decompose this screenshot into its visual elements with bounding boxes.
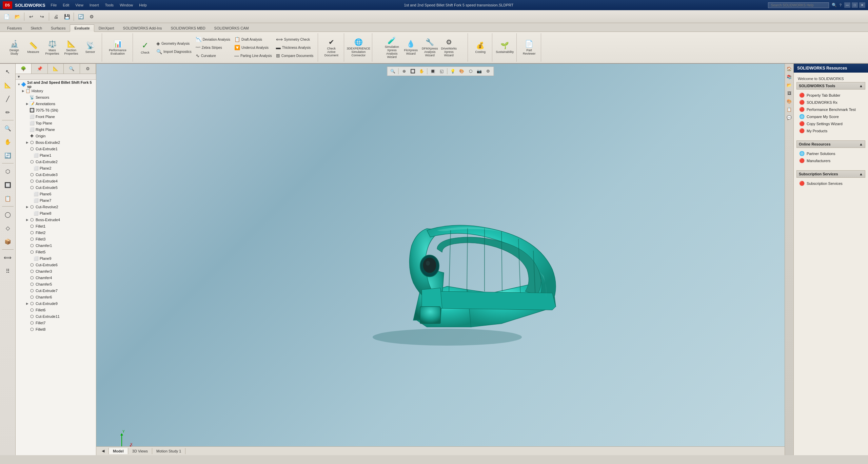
rotate-tool[interactable]: 🔄 [1,149,14,162]
custom-properties-btn[interactable]: 📋 [786,106,793,113]
tree-item-cut-extrude2[interactable]: ⬡ Cut-Extrude2 [16,158,96,165]
sensor-button[interactable]: 📡 Sensor [81,38,99,57]
display-manager-tab[interactable]: ⚙ [80,64,96,74]
drawing-tool[interactable]: 📋 [1,192,14,205]
zebra-stripes-button[interactable]: 〰 Zebra Stripes [194,44,232,51]
smart-dimension-tool[interactable]: 📐 [1,79,14,92]
view-zoom-area-btn[interactable]: 🔲 [409,67,417,75]
tree-arrow[interactable]: ▶ [25,302,29,306]
tree-arrow[interactable] [25,128,29,132]
tree-item-history[interactable]: ▶ 📋 History [16,88,96,94]
pan-tool[interactable]: ✋ [1,135,14,148]
rebuild-button[interactable]: 🔄 [76,12,86,22]
viewport[interactable]: 🔍 ⊕ 🔲 ✋ 🔳 ◱ 💡 🎨 ⬡ 📷 ⚙ [96,64,785,455]
tab-surfaces[interactable]: Surfaces [46,24,70,32]
copy-settings-item[interactable]: 🔴 Copy Settings Wizard [798,120,864,127]
tree-arrow[interactable] [25,121,29,125]
tree-item-chamfer5[interactable]: ⬡ Chamfer5 [16,281,96,287]
view-pan-btn[interactable]: ✋ [418,67,426,75]
tree-item-fillet5[interactable]: ⬡ Fillet5 [16,249,96,255]
tree-item-cut-extrude1[interactable]: ⬡ Cut-Extrude1 [16,146,96,152]
my-products-item[interactable]: 🔴 My Products [798,127,864,134]
view-light-btn[interactable]: 💡 [449,67,457,75]
selection-tool[interactable]: ↖ [1,65,14,78]
3dexperience-button[interactable]: 🌐 3DEXPERIENCESimulationConnector [348,38,369,57]
feature-tree-tab[interactable]: 🌳 [16,64,32,74]
subscription-services-header[interactable]: Subscription Services ▲ [796,170,865,178]
draft-analysis-button[interactable]: 📋 Draft Analysis [233,36,274,43]
tree-arrow[interactable]: ▶ [25,205,29,209]
search-input[interactable] [768,2,829,8]
3d-views-tab[interactable]: 3D Views [128,448,152,454]
menu-view[interactable]: View [73,2,86,8]
scroll-left-btn[interactable]: ◀ [98,448,109,454]
partner-solutions-item[interactable]: 🌐 Partner Solutions [798,150,864,157]
tree-arrow[interactable] [25,327,29,331]
tree-item-plane2[interactable]: ⬜ Plane2 [16,165,96,171]
tree-item-cut-extrude9[interactable]: ▶ ⬡ Cut-Extrude9 [16,300,96,307]
tree-arrow[interactable] [29,256,33,260]
tree-arrow[interactable]: ▶ [25,218,29,222]
tree-item-material[interactable]: 🔲 7075-T6 (SN) [16,107,96,113]
motion-study-tab[interactable]: Motion Study 1 [152,448,185,454]
tree-item-chamfer1[interactable]: ⬡ Chamfer1 [16,242,96,249]
redo-button[interactable]: ↪ [37,12,47,22]
open-button[interactable]: 📂 [12,12,22,22]
tree-item-chamfer4[interactable]: ⬡ Chamfer4 [16,274,96,281]
mirror-tool[interactable]: ⟺ [1,251,14,264]
menu-file[interactable]: File [48,2,60,8]
tree-item-chamfer6[interactable]: ⬡ Chamfer6 [16,294,96,300]
undercut-analysis-button[interactable]: 🔽 Undercut Analysis [233,44,274,51]
extrude-tool[interactable]: 📦 [1,235,14,248]
measure-button[interactable]: 📏 Measure [24,38,42,57]
performance-evaluation-button[interactable]: 📊 PerformanceEvaluation [105,38,130,57]
simulation-xpress-button[interactable]: 🧪 SimulationXpressAnalysis Wizard [383,38,401,57]
solidworks-forum-btn[interactable]: 💬 [786,114,793,121]
fillet-tool[interactable]: ◯ [1,208,14,221]
tree-item-annotations[interactable]: ▶ 📝 Annotations [16,100,96,107]
tree-arrow[interactable] [25,269,29,273]
appearances-btn[interactable]: 🎨 [786,98,793,105]
tree-item-cut-extrude4[interactable]: ⬡ Cut-Extrude4 [16,178,96,184]
check-button[interactable]: ✓ Check [136,38,154,57]
driveworks-button[interactable]: ⚙ DriveWorksXpress Wizard [440,38,458,57]
symmetry-check-button[interactable]: ⟺ Symmetry Check [274,36,315,43]
tree-item-chamfer3[interactable]: ⬡ Chamfer3 [16,268,96,274]
view-orient-btn[interactable]: 🔳 [429,67,437,75]
tree-item-cut-extrude5[interactable]: ⬡ Cut-Extrude5 [16,184,96,191]
part-tool[interactable]: ⬡ [1,165,14,178]
tree-arrow[interactable] [29,211,33,215]
tree-item-plane6[interactable]: ⬜ Plane6 [16,191,96,197]
sustainability-button[interactable]: 🌱 Sustainability [496,38,514,57]
model-tab[interactable]: Model [109,448,128,454]
deviation-analysis-button[interactable]: 📉 Deviation Analysis [194,36,232,43]
tree-item-cut-extrude7[interactable]: ⬡ Cut-Extrude7 [16,287,96,294]
tree-item-origin[interactable]: ✚ Origin [16,133,96,139]
view-color-btn[interactable]: 🎨 [458,67,466,75]
print-button[interactable]: 🖨 [51,12,61,22]
compare-documents-button[interactable]: ⊞ Compare Documents [274,52,315,59]
tree-arrow[interactable] [25,134,29,138]
zoom-tool[interactable]: 🔍 [1,122,14,135]
pattern-tool[interactable]: ⠿ [1,265,14,277]
mass-properties-button[interactable]: ⚖️ MassProperties [43,38,61,57]
tab-sketch[interactable]: Sketch [26,24,46,32]
tree-arrow[interactable] [25,108,29,112]
tree-item-fillet1[interactable]: ⬡ Fillet1 [16,223,96,229]
tree-arrow[interactable] [25,276,29,280]
tree-arrow[interactable] [29,153,33,157]
tree-item-cut-extrude6[interactable]: ⬡ Cut-Extrude6 [16,262,96,268]
tree-item-cut-revolve2[interactable]: ▶ ⬡ Cut-Revolve2 [16,204,96,210]
close-button[interactable]: ✕ [859,2,865,8]
menu-insert[interactable]: Insert [87,2,102,8]
property-manager-tab[interactable]: 📌 [32,64,47,74]
save-button[interactable]: 💾 [62,12,72,22]
tab-cam[interactable]: SOLIDWORKS CAM [210,24,253,32]
tree-arrow[interactable] [25,231,29,235]
tree-arrow[interactable] [25,186,29,190]
dimxpert-manager-tab[interactable]: 🔍 [64,64,80,74]
tree-item-fillet2[interactable]: ⬡ Fillet2 [16,229,96,236]
tab-dimxpert[interactable]: DimXpert [94,24,119,32]
costing-button[interactable]: 💰 Costing [472,38,489,57]
menu-help[interactable]: Help [136,2,150,8]
